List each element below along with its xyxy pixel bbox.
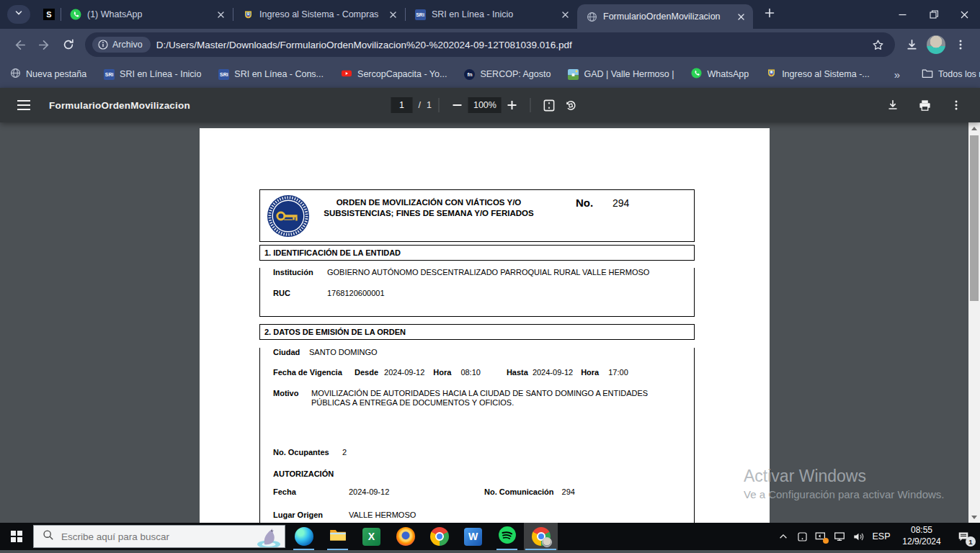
browser-menu-button[interactable] xyxy=(948,32,973,57)
taskbar-spotify-icon[interactable] xyxy=(490,523,524,550)
tray-show-hidden-icons-button[interactable] xyxy=(774,523,793,550)
taskbar-excel-icon[interactable]: X xyxy=(355,523,388,550)
bookmark-sri-inicio[interactable]: SRi SRI en Línea - Inicio xyxy=(104,69,201,80)
bookmark-whatsapp[interactable]: WhatsApp xyxy=(691,68,749,81)
minimize-button[interactable] xyxy=(887,0,918,29)
pdf-print-button[interactable] xyxy=(914,94,935,116)
close-window-button[interactable] xyxy=(949,0,980,29)
scroll-up-button[interactable] xyxy=(968,122,980,134)
fit-page-icon xyxy=(542,99,556,112)
tab-close-button[interactable] xyxy=(558,8,571,21)
page-total: 1 xyxy=(427,100,432,110)
page-number-input[interactable] xyxy=(391,97,412,113)
plus-icon xyxy=(765,8,775,21)
toolbar-divider xyxy=(530,98,531,112)
edge-icon xyxy=(295,527,313,546)
zoom-in-button[interactable] xyxy=(502,94,523,116)
windows-taskbar: X W xyxy=(0,523,980,550)
bookmark-sri-consultas[interactable]: SRi SRI en Línea - Cons... xyxy=(218,69,324,80)
taskbar-firefox-icon[interactable] xyxy=(388,523,422,550)
field-label: Institución xyxy=(273,268,327,276)
reload-icon xyxy=(62,38,75,51)
vertical-scrollbar[interactable] xyxy=(968,122,980,523)
tray-network-icon[interactable] xyxy=(830,523,849,550)
tab-close-button[interactable] xyxy=(214,8,227,21)
windows-logo-icon xyxy=(11,531,22,542)
back-icon xyxy=(13,38,27,52)
spotify-icon xyxy=(498,526,517,547)
forward-button[interactable] xyxy=(32,32,56,57)
downloads-button[interactable] xyxy=(899,32,924,57)
chrome-icon xyxy=(430,527,449,546)
tray-notifications-button[interactable]: 1 xyxy=(948,523,979,550)
maximize-button[interactable] xyxy=(918,0,949,29)
bookmark-nueva-pestana[interactable]: Nueva pestaña xyxy=(10,68,86,81)
pdf-page: ORDEN DE MOVILIZACIÓN CON VIÁTICOS Y/O S… xyxy=(200,128,770,523)
back-button[interactable] xyxy=(7,32,32,57)
tray-volume-icon[interactable] xyxy=(849,523,868,550)
pdf-download-button[interactable] xyxy=(882,94,904,116)
minus-icon xyxy=(453,100,463,110)
tab-search-button[interactable] xyxy=(7,5,30,24)
form-row-lugar-origen: Lugar Origen VALLE HERMOSO xyxy=(273,511,690,519)
file-chip[interactable]: Archivo xyxy=(92,37,151,53)
taskbar-chrome-active-icon[interactable] xyxy=(524,523,558,550)
tray-device-icon[interactable] xyxy=(793,523,811,550)
screen: S (1) WhatsApp Ingreso al Sistema - Comp… xyxy=(0,0,980,553)
bookmark-sercop-agosto[interactable]: fn SERCOP: Agosto xyxy=(464,69,551,80)
tray-time: 08:55 xyxy=(895,525,948,536)
pdf-more-options-button[interactable] xyxy=(945,94,967,116)
reload-button[interactable] xyxy=(56,32,81,57)
address-bar[interactable]: Archivo D:/Users/Master/Downloads/Formul… xyxy=(85,32,895,57)
sri-icon: SRi xyxy=(414,9,426,20)
chevron-down-icon xyxy=(14,8,24,21)
taskbar-search-box[interactable] xyxy=(33,525,285,548)
zoom-out-button[interactable] xyxy=(447,94,468,116)
pdf-menu-button[interactable] xyxy=(13,94,35,116)
bookmarks-overflow-button[interactable]: » xyxy=(887,68,907,81)
tab-sri-en-linea[interactable]: SRi SRI en Línea - Inicio xyxy=(406,0,577,29)
url-text[interactable]: D:/Users/Master/Downloads/FormularioOrde… xyxy=(156,40,862,50)
tab-ingreso-sistema[interactable]: Ingreso al Sistema - Compras Pú xyxy=(233,0,405,29)
field-value: 294 xyxy=(562,487,575,496)
taskbar-edge-icon[interactable] xyxy=(287,523,321,550)
pdf-toolbar: FormularioOrdenMovilizacion / 1 100% xyxy=(0,88,980,122)
scrollbar-thumb[interactable] xyxy=(970,135,979,301)
tray-cast-update-icon[interactable] xyxy=(811,523,830,550)
start-button[interactable] xyxy=(0,523,33,550)
field-label: Hora xyxy=(581,368,599,377)
bookmark-ingreso-sistema[interactable]: Ingreso al Sistema -... xyxy=(766,68,870,81)
bookmark-label: GAD | Valle Hermoso | xyxy=(584,69,674,79)
tab-close-button[interactable] xyxy=(386,8,399,21)
search-highlight-dolphin-image xyxy=(251,526,285,548)
pinned-tab-s[interactable]: S xyxy=(37,0,61,29)
fit-page-button[interactable] xyxy=(538,94,560,116)
gad-image-icon xyxy=(568,69,579,80)
section1-body: Institución GOBIERNO AUTÓNOMO DESCENTRAL… xyxy=(259,268,695,317)
taskbar-file-explorer-icon[interactable] xyxy=(321,523,355,550)
tab-whatsapp[interactable]: (1) WhatsApp xyxy=(61,0,233,29)
profile-button[interactable] xyxy=(924,32,948,57)
field-value: 2024-09-12 xyxy=(349,487,484,496)
whatsapp-icon xyxy=(70,9,81,20)
new-tab-button[interactable] xyxy=(759,4,780,25)
scroll-down-button[interactable] xyxy=(968,511,980,523)
browser-toolbar: Archivo D:/Users/Master/Downloads/Formul… xyxy=(0,29,980,60)
tray-clock[interactable]: 08:55 12/9/2024 xyxy=(895,525,948,547)
tab-label: (1) WhatsApp xyxy=(87,9,208,19)
all-bookmarks-button[interactable]: Todos los marcadores xyxy=(922,68,980,81)
bookmark-star-button[interactable] xyxy=(868,35,888,55)
bookmark-gad-valle-hermoso[interactable]: GAD | Valle Hermoso | xyxy=(568,69,674,80)
taskbar-word-icon[interactable]: W xyxy=(456,523,490,550)
pdf-content-area: ORDEN DE MOVILIZACIÓN CON VIÁTICOS Y/O S… xyxy=(0,122,980,523)
tab-close-button[interactable] xyxy=(734,10,747,23)
zoom-level[interactable]: 100% xyxy=(468,97,502,113)
tab-formulario-active[interactable]: FormularioOrdenMovilizacion xyxy=(577,4,753,29)
bookmark-sercopcapacita[interactable]: SercopCapacita - Yo... xyxy=(341,68,447,81)
taskbar-chrome-icon[interactable] xyxy=(422,523,456,550)
rotate-button[interactable] xyxy=(560,94,582,116)
ecuador-shield-icon xyxy=(766,68,777,81)
info-icon xyxy=(98,40,108,50)
bookmark-label: SRI en Línea - Inicio xyxy=(120,69,201,79)
tray-language-indicator[interactable]: ESP xyxy=(868,531,895,541)
